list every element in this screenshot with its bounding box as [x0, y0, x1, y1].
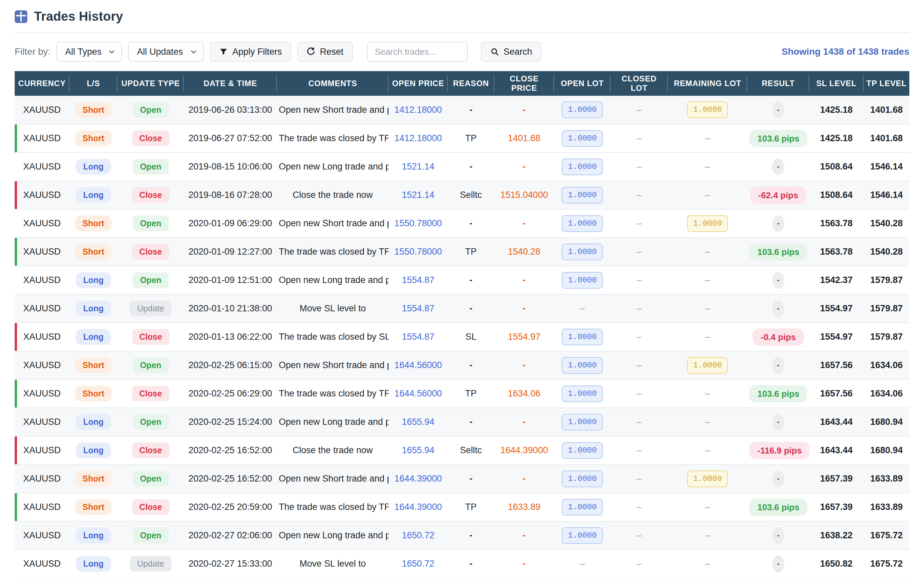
open-badge: Open: [133, 159, 169, 175]
closed-lot-dash: –: [637, 162, 642, 172]
update-filter-select[interactable]: All Updates: [128, 42, 203, 62]
sl-level-value: 1508.64: [820, 190, 853, 200]
cell-tp-level: 1401.68: [864, 96, 909, 124]
cell-remaining-lot: –: [668, 521, 747, 550]
table-body: XAUUSDShortOpen2019-06-26 03:13:00Open n…: [15, 96, 909, 578]
datetime-value: 2020-01-10 21:38:00: [188, 304, 272, 313]
open-price-link[interactable]: 1644.56000: [394, 388, 442, 398]
open-price-link[interactable]: 1644.39000: [394, 502, 442, 512]
open-price-link[interactable]: 1521.14: [402, 162, 434, 172]
open-price-link[interactable]: 1655.94: [402, 417, 434, 427]
close-price-value: 1540.28: [508, 247, 541, 257]
cell-open-lot: 1.0000: [554, 464, 610, 493]
tp-level-value: 1633.89: [870, 474, 903, 484]
sl-level-value: 1425.18: [820, 105, 853, 115]
cell-currency: XAUUSD: [15, 464, 70, 493]
result-empty-badge: -: [772, 414, 784, 430]
cell-tp-level: 1633.89: [864, 493, 909, 521]
reason-value: -: [469, 559, 472, 569]
comment-text: The trade was closed by TP: [279, 388, 389, 398]
cell-tp-level: 1546.14: [864, 181, 909, 209]
open-lot-pill: 1.0000: [562, 272, 603, 289]
result-empty-badge: -: [772, 471, 784, 487]
result-pips-positive: 103.6 pips: [749, 243, 807, 261]
open-price-link[interactable]: 1550.78000: [394, 218, 442, 228]
open-lot-pill: 1.0000: [562, 244, 603, 260]
cell-result: 103.6 pips: [747, 124, 809, 153]
reason-value: -: [469, 105, 472, 115]
cell-open-price: 1554.87: [389, 266, 447, 294]
cell-remaining-lot: 1.0000: [668, 464, 747, 493]
cell-datetime: 2020-01-09 12:51:00: [184, 266, 277, 294]
table-row: XAUUSDShortOpen2020-01-09 06:29:00Open n…: [15, 209, 909, 238]
open-price-link[interactable]: 1644.56000: [394, 360, 442, 370]
search-input[interactable]: [367, 42, 468, 62]
open-price-link[interactable]: 1412.18000: [394, 105, 442, 115]
cell-closed-lot: –: [610, 266, 668, 294]
open-price-link[interactable]: 1554.87: [402, 275, 434, 285]
open-price-link[interactable]: 1554.87: [402, 304, 434, 313]
cell-comment: Close the trade now: [277, 181, 389, 209]
result-pips-positive: 103.6 pips: [749, 498, 807, 516]
datetime-value: 2019-06-26 03:13:00: [188, 105, 272, 115]
type-filter-select[interactable]: All Types: [57, 42, 122, 62]
cell-side: Long: [70, 181, 118, 209]
cell-datetime: 2020-02-25 15:24:00: [184, 408, 277, 436]
cell-currency: XAUUSD: [15, 493, 70, 521]
currency-value: XAUUSD: [23, 445, 61, 455]
cell-closed-lot: –: [610, 380, 668, 408]
reason-value: -: [469, 417, 472, 427]
currency-value: XAUUSD: [23, 247, 61, 257]
cell-datetime: 2019-06-27 07:52:00: [184, 124, 277, 153]
cell-open-price: 1644.39000: [389, 493, 447, 521]
cell-comment: Close the trade now: [277, 436, 389, 464]
currency-value: XAUUSD: [23, 530, 61, 540]
table-row: XAUUSDShortOpen2020-02-25 06:15:00Open n…: [15, 351, 909, 380]
reason-value: -: [469, 275, 472, 285]
cell-reason: -: [447, 153, 494, 181]
open-price-link[interactable]: 1655.94: [402, 445, 434, 455]
remaining-lot-dash: –: [705, 417, 710, 427]
cell-tp-level: 1680.94: [864, 436, 909, 464]
open-price-link[interactable]: 1550.78000: [394, 247, 442, 257]
cell-side: Short: [70, 124, 118, 153]
long-badge: Long: [76, 329, 111, 345]
cell-sl-level: 1638.22: [809, 521, 864, 550]
remaining-lot-dash: –: [705, 190, 710, 200]
chevron-down-icon: [190, 48, 197, 55]
cell-reason: -: [447, 266, 494, 294]
cell-open-price: 1644.56000: [389, 351, 447, 380]
cell-currency: XAUUSD: [15, 408, 70, 436]
reset-button[interactable]: Reset: [297, 42, 353, 62]
open-price-link[interactable]: 1521.14: [402, 190, 434, 200]
sl-level-value: 1657.56: [820, 388, 853, 398]
cell-comment: Open new Long trade and pla...: [277, 521, 389, 550]
open-price-link[interactable]: 1650.72: [402, 530, 434, 540]
apply-filters-button[interactable]: Apply Filters: [210, 42, 292, 62]
table-row: XAUUSDShortClose2020-02-25 06:29:00The t…: [15, 380, 909, 408]
tp-level-value: 1579.87: [870, 275, 903, 285]
cell-open-price: 1655.94: [389, 408, 447, 436]
open-price-link[interactable]: 1644.39000: [394, 474, 442, 484]
tp-level-value: 1579.87: [870, 332, 903, 342]
cell-currency: XAUUSD: [15, 380, 70, 408]
open-price-link[interactable]: 1554.87: [402, 332, 434, 342]
close-price-value: -: [523, 275, 526, 285]
currency-value: XAUUSD: [23, 388, 61, 398]
search-button[interactable]: Search: [481, 42, 542, 62]
column-header-open-lot: OPEN LOT: [554, 71, 610, 96]
cell-close-price: 1401.68: [494, 124, 554, 153]
open-lot-pill: 1.0000: [562, 471, 603, 487]
cell-datetime: 2020-01-09 06:29:00: [184, 209, 277, 238]
closed-lot-dash: –: [637, 247, 642, 257]
open-badge: Open: [133, 357, 169, 373]
cell-tp-level: 1680.94: [864, 408, 909, 436]
datetime-value: 2020-02-27 02:06:00: [188, 530, 272, 540]
close-price-value: 1634.06: [508, 388, 541, 398]
cell-remaining-lot: –: [668, 181, 747, 209]
open-price-link[interactable]: 1650.72: [402, 559, 434, 569]
cell-close-price: -: [494, 464, 554, 493]
cell-open-lot: 1.0000: [554, 124, 610, 153]
chevron-down-icon: [108, 48, 115, 55]
open-price-link[interactable]: 1412.18000: [394, 133, 442, 143]
